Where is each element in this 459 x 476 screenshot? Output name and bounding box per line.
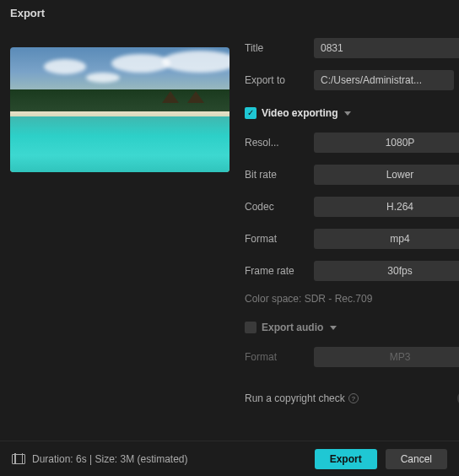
framerate-value: 30fps (387, 265, 412, 277)
export-audio-label: Export audio (262, 322, 323, 333)
video-preview (10, 47, 230, 172)
video-format-label: Format (245, 233, 305, 245)
chevron-down-icon (330, 326, 337, 330)
resolution-value: 1080P (386, 137, 415, 149)
video-exporting-checkbox[interactable]: ✓ (245, 107, 256, 119)
audio-format-value: MP3 (390, 351, 411, 363)
title-input[interactable] (314, 38, 459, 58)
check-icon: ✓ (247, 109, 254, 117)
audio-format-label: Format (245, 351, 305, 363)
codec-select[interactable]: H.264 (314, 197, 459, 217)
framerate-label: Frame rate (245, 265, 305, 277)
resolution-label: Resol... (245, 137, 305, 149)
export-to-label: Export to (245, 74, 305, 86)
video-exporting-toggle[interactable]: ✓ Video exporting (245, 107, 459, 119)
framerate-select[interactable]: 30fps (314, 261, 459, 281)
footer-info: Duration: 6s | Size: 3M (estimated) (32, 453, 188, 465)
export-audio-checkbox[interactable] (245, 322, 256, 333)
export-audio-toggle[interactable]: Export audio (245, 322, 459, 333)
copyright-check-label: Run a copyright check ? (245, 392, 359, 404)
bitrate-select[interactable]: Lower (314, 165, 459, 185)
video-exporting-label: Video exporting (262, 107, 338, 119)
chevron-down-icon (344, 111, 351, 116)
audio-format-select: MP3 (314, 347, 459, 367)
bitrate-value: Lower (386, 169, 414, 181)
help-icon[interactable]: ? (348, 393, 359, 403)
bitrate-label: Bit rate (245, 169, 305, 181)
film-icon (12, 454, 25, 464)
video-format-value: mp4 (390, 233, 409, 245)
dialog-title: Export (0, 0, 459, 26)
video-format-select[interactable]: mp4 (314, 229, 459, 249)
export-to-input[interactable] (314, 70, 454, 90)
codec-value: H.264 (386, 201, 413, 213)
export-button[interactable]: Export (315, 449, 377, 469)
resolution-select[interactable]: 1080P (314, 133, 459, 153)
cancel-button[interactable]: Cancel (386, 449, 447, 469)
color-space-info: Color space: SDR - Rec.709 (245, 293, 459, 305)
title-label: Title (245, 42, 305, 54)
codec-label: Codec (245, 201, 305, 213)
